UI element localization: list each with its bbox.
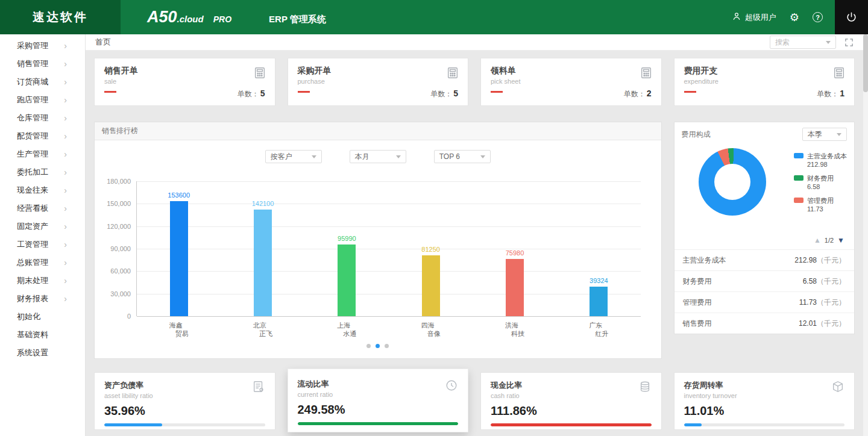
progress-bar <box>104 423 265 426</box>
sidebar-item-1[interactable]: 采购管理› <box>0 37 85 55</box>
legend-pager: ▲ 1/2 ▼ <box>675 235 855 249</box>
donut-chart-area: 主营业务成本212.98 财务费用6.58 管理费用11.73 <box>675 147 855 235</box>
user-menu[interactable]: 超级用户 <box>732 11 776 23</box>
bar-value-label: 39324 <box>590 277 608 284</box>
kpi-card-current-ratio[interactable]: 流动比率 current ratio 249.58% <box>288 369 469 432</box>
sidebar-item-label: 总账管理 <box>17 257 48 268</box>
y-axis-tick: 180,000 <box>107 178 131 185</box>
chevron-right-icon: › <box>64 96 67 104</box>
topn-select[interactable]: TOP 6 <box>434 150 491 163</box>
box-icon <box>831 380 844 396</box>
bar-value-label: 153600 <box>168 192 190 199</box>
sidebar-item-4[interactable]: 跑店管理› <box>0 91 85 109</box>
stat-title: 采购开单 <box>298 66 459 76</box>
dimension-select[interactable]: 按客户 <box>265 150 322 163</box>
sidebar-item-11[interactable]: 固定资产› <box>0 217 85 235</box>
chart-bar[interactable] <box>254 210 272 316</box>
sidebar-item-label: 跑店管理 <box>17 95 48 105</box>
bar-chart: 030,00060,00090,000120,000150,000180,000… <box>137 181 641 316</box>
help-icon[interactable]: ? <box>813 12 823 22</box>
donut-chart <box>699 148 766 216</box>
progress-bar <box>298 422 459 425</box>
sidebar-item-13[interactable]: 总账管理› <box>0 254 85 272</box>
stat-card-expenditure[interactable]: 费用开支 expenditure 单数：1 <box>674 58 855 106</box>
stat-subtitle: sale <box>104 78 265 85</box>
fullscreen-icon[interactable] <box>844 38 854 47</box>
carousel-dot[interactable] <box>385 344 389 348</box>
expense-row: 管理费用 11.73（千元） <box>675 291 855 313</box>
y-axis-tick: 120,000 <box>107 223 131 230</box>
stat-card-purchase[interactable]: 采购开单 purchase 单数：5 <box>288 58 469 106</box>
period-select[interactable]: 本月 <box>350 150 406 163</box>
power-button[interactable] <box>835 0 868 34</box>
chart-filters: 按客户 本月 TOP 6 <box>95 150 661 163</box>
page-indicator: 1/2 <box>825 237 834 244</box>
sales-ranking-title: 销售排行榜 <box>95 122 661 140</box>
chart-bar[interactable] <box>422 255 440 316</box>
carousel-dot[interactable] <box>366 344 371 348</box>
search-select[interactable]: 搜索 <box>770 36 836 49</box>
chart-bar[interactable] <box>338 244 356 316</box>
breadcrumb-home[interactable]: 首页 <box>95 37 770 48</box>
legend-item: 管理费用11.73 <box>794 196 847 213</box>
sidebar-item-6[interactable]: 配货管理› <box>0 127 85 145</box>
sidebar-item-label: 订货商城 <box>17 76 48 87</box>
stat-card-sale[interactable]: 销售开单 sale 单数：5 <box>94 58 275 106</box>
report-icon <box>252 380 265 396</box>
scrollbar-thumb[interactable] <box>863 34 868 92</box>
system-name: ERP 管理系统 <box>269 14 326 25</box>
sidebar-item-9[interactable]: 现金往来› <box>0 181 85 199</box>
calculator-icon <box>253 66 266 82</box>
x-axis-label: 海鑫贸易 <box>169 321 189 338</box>
chart-gridline <box>137 271 641 272</box>
bar-value-label: 142100 <box>252 200 274 207</box>
sidebar-item-label: 销售管理 <box>17 58 48 69</box>
legend-swatch <box>794 175 804 181</box>
sidebar-item-16[interactable]: 初始化 <box>0 308 85 326</box>
stat-card-pick-sheet[interactable]: 领料单 pick sheet 单数：2 <box>480 58 662 106</box>
legend-swatch <box>794 198 804 203</box>
kpi-card-asset-liability-ratio[interactable]: 资产负债率 asset libility ratio 35.96% <box>94 372 275 430</box>
chart-bar[interactable] <box>590 287 608 316</box>
gear-icon[interactable]: ⚙ <box>790 12 799 23</box>
sidebar-item-7[interactable]: 生产管理› <box>0 145 85 163</box>
kpi-card-cash-ratio[interactable]: 现金比率 cash ratio 111.86% <box>480 372 662 430</box>
sidebar-item-2[interactable]: 销售管理› <box>0 55 85 73</box>
y-axis-tick: 90,000 <box>110 245 131 252</box>
calculator-icon <box>640 66 653 82</box>
expense-period-select[interactable]: 本季 <box>802 128 847 141</box>
chevron-right-icon: › <box>64 258 67 267</box>
progress-bar <box>684 423 845 426</box>
y-axis-tick: 30,000 <box>110 290 131 297</box>
user-name: 超级用户 <box>745 12 776 23</box>
page-down-icon[interactable]: ▼ <box>837 236 844 244</box>
chevron-right-icon: › <box>64 78 67 86</box>
sidebar-item-3[interactable]: 订货商城› <box>0 73 85 91</box>
main-area: 首页 搜索 销售开单 sale 单数：5 <box>86 34 863 436</box>
carousel-dot[interactable] <box>376 344 380 348</box>
page-up-icon[interactable]: ▲ <box>814 236 821 244</box>
y-axis-tick: 0 <box>127 313 131 320</box>
chart-bar[interactable] <box>506 259 524 316</box>
sidebar-item-18[interactable]: 系统设置 <box>0 344 85 362</box>
sidebar-item-10[interactable]: 经营看板› <box>0 199 85 217</box>
brand: A50.cloud PRO ERP 管理系统 <box>147 8 326 26</box>
x-axis-label: 北京正飞 <box>253 321 272 338</box>
chevron-right-icon: › <box>64 276 67 285</box>
sidebar-item-label: 仓库管理 <box>17 113 48 123</box>
sidebar-item-12[interactable]: 工资管理› <box>0 235 85 254</box>
sidebar-item-17[interactable]: 基础资料 <box>0 326 85 344</box>
sidebar-item-14[interactable]: 期末处理› <box>0 272 85 290</box>
sidebar-item-15[interactable]: 财务报表› <box>0 290 85 308</box>
legend-item: 财务费用6.58 <box>794 174 847 191</box>
chart-bar[interactable] <box>170 201 188 316</box>
kpi-card-inventory-turnover[interactable]: 存货周转率 inventory turnover 11.01% <box>674 372 855 430</box>
sidebar-item-8[interactable]: 委托加工› <box>0 163 85 181</box>
calculator-icon <box>446 66 459 82</box>
expense-row: 销售费用 12.01（千元） <box>675 313 855 334</box>
progress-bar <box>491 423 652 426</box>
search-placeholder: 搜索 <box>775 37 790 48</box>
header-actions: 超级用户 ⚙ ? <box>732 11 823 23</box>
kpi-cards-row: 资产负债率 asset libility ratio 35.96% 流动比率 c… <box>94 372 855 436</box>
sidebar-item-5[interactable]: 仓库管理› <box>0 109 85 127</box>
